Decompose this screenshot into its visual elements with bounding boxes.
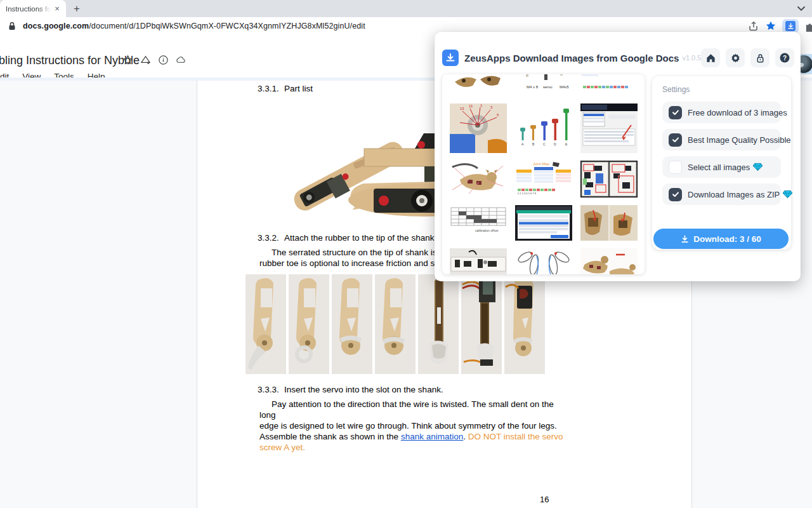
share-icon[interactable] xyxy=(748,20,759,32)
new-tab-button[interactable]: + xyxy=(71,3,82,15)
extension-button-active[interactable] xyxy=(782,19,799,33)
shank-photo-servo-inserted xyxy=(461,274,502,374)
lock-icon[interactable] xyxy=(6,20,18,32)
document-title[interactable]: bling Instructions for Nybble xyxy=(0,54,140,67)
option-free-download[interactable]: Free download of 3 images xyxy=(662,102,781,123)
option-best-quality[interactable]: Best Image Quality Possible xyxy=(662,129,781,150)
doc-image-thumbnail[interactable] xyxy=(580,161,638,197)
bookmark-star-icon[interactable] xyxy=(765,20,776,32)
home-button[interactable] xyxy=(701,48,720,67)
popup-title: ZeusApps Download Images from Google Doc… xyxy=(464,53,679,64)
download-button[interactable]: Download: 3 / 60 xyxy=(653,229,789,249)
tab-title: Instructions for Ny xyxy=(6,5,52,13)
doc-image-thumbnail[interactable] xyxy=(580,248,638,274)
help-icon: ? xyxy=(779,52,790,64)
settings-label: Settings xyxy=(662,85,781,94)
svg-text:11: 11 xyxy=(469,104,473,108)
settings-panel: Settings Free download of 3 images Best … xyxy=(652,76,791,250)
padlock-icon xyxy=(755,53,766,64)
move-folder-icon[interactable] xyxy=(140,55,151,65)
extension-popup: ZeusApps Download Images from Google Doc… xyxy=(435,32,801,281)
popup-version: v1.0.5 xyxy=(682,54,701,62)
star-outline-icon[interactable] xyxy=(122,55,133,65)
url-host: docs.google.com xyxy=(23,22,89,30)
cloud-saved-icon[interactable] xyxy=(176,55,187,65)
url-path: /document/d/1DPbqiWkSWnGqmX-0FWCXq34Xgnm… xyxy=(89,22,365,30)
doc-image-thumbnail[interactable]: ABCDE xyxy=(515,104,572,153)
popup-header: ZeusApps Download Images from Google Doc… xyxy=(442,45,790,70)
svg-text:13: 13 xyxy=(460,107,464,110)
section-3-3-1-heading: 3.3.1.Part list xyxy=(258,83,313,94)
option-download-zip[interactable]: Download Images as ZIP xyxy=(662,184,781,205)
svg-text:D: D xyxy=(554,142,556,146)
doc-image-thumbnail[interactable] xyxy=(580,74,638,96)
settings-button[interactable] xyxy=(726,48,745,67)
checkbox-unchecked-icon[interactable] xyxy=(669,161,682,174)
doc-image-thumbnail[interactable] xyxy=(450,161,507,197)
doc-image-thumbnail[interactable] xyxy=(515,205,572,241)
premium-gem-icon xyxy=(783,190,792,199)
svg-text:calibration offset: calibration offset xyxy=(475,229,499,232)
shank-photo-4 xyxy=(375,274,416,374)
checkbox-checked-icon[interactable] xyxy=(669,188,682,201)
home-icon xyxy=(705,53,716,64)
premium-gem-icon xyxy=(753,163,763,171)
shank-photo-1 xyxy=(246,274,286,374)
shank-photo-3 xyxy=(332,274,372,374)
option-select-all[interactable]: Select all images xyxy=(662,156,781,178)
doc-image-thumbnail[interactable] xyxy=(580,205,638,241)
svg-text:servo: servo xyxy=(543,85,553,89)
page-number: 16 xyxy=(540,495,549,504)
download-button-label: Download: 3 / 60 xyxy=(693,234,761,244)
chevron-down-icon[interactable] xyxy=(796,3,807,14)
extensions-puzzle-icon[interactable] xyxy=(804,20,812,32)
image-grid-panel[interactable]: M4 x 8servoM4x5 1311135 ABCDE Joint Map0… xyxy=(442,74,645,274)
checkbox-checked-icon[interactable] xyxy=(669,106,682,119)
checkbox-checked-icon[interactable] xyxy=(669,133,682,147)
section-3-3-3-body: Pay attention to the direction that the … xyxy=(259,399,568,453)
doc-image-thumbnail[interactable]: Joint Map0 1 2 3 4 5 6 7 8 xyxy=(515,161,572,197)
gear-icon xyxy=(730,53,741,64)
browser-tab-strip: Instructions for Ny × + xyxy=(0,0,812,17)
download-extension-icon xyxy=(785,21,796,31)
doc-image-thumbnail[interactable] xyxy=(450,248,507,274)
doc-image-thumbnail[interactable]: 1311135 xyxy=(450,104,507,153)
doc-image-thumbnail[interactable] xyxy=(580,104,638,153)
tab-close-icon[interactable]: × xyxy=(52,4,62,14)
doc-image-thumbnail[interactable]: calibration offset xyxy=(450,205,507,241)
svg-text:?: ? xyxy=(783,55,787,62)
browser-tab[interactable]: Instructions for Ny × xyxy=(0,0,66,17)
section-3-3-2-heading: 3.3.2.Attach the rubber to the tip of th… xyxy=(258,232,436,243)
shank-photo-back xyxy=(504,274,545,374)
section-3-3-3-heading: 3.3.3.Insert the servo into the slot on … xyxy=(258,384,443,395)
doc-image-thumbnail[interactable] xyxy=(450,74,507,96)
shank-photo-strip xyxy=(246,274,545,374)
svg-text:Joint Map: Joint Map xyxy=(533,162,550,166)
download-icon xyxy=(681,235,689,243)
shank-photo-2 xyxy=(289,274,329,374)
svg-text:C: C xyxy=(543,142,546,146)
svg-text:M4x5: M4x5 xyxy=(560,85,569,89)
lock-button[interactable] xyxy=(750,48,769,67)
shank-photo-side xyxy=(418,274,459,374)
address-bar[interactable]: docs.google.com/document/d/1DPbqiWkSWnGq… xyxy=(23,22,365,30)
doc-image-thumbnail[interactable]: M4 x 8servoM4x5 xyxy=(515,74,572,96)
svg-text:0 1 2 3 4 5 6 7 8: 0 1 2 3 4 5 6 7 8 xyxy=(518,192,537,195)
shank-animation-link[interactable]: shank animation xyxy=(401,432,463,441)
info-icon[interactable] xyxy=(158,55,169,65)
zeusapps-logo-icon xyxy=(442,50,459,66)
doc-image-thumbnail[interactable] xyxy=(515,248,572,274)
help-button[interactable]: ? xyxy=(775,48,794,67)
svg-text:M4 x 8: M4 x 8 xyxy=(527,85,539,89)
